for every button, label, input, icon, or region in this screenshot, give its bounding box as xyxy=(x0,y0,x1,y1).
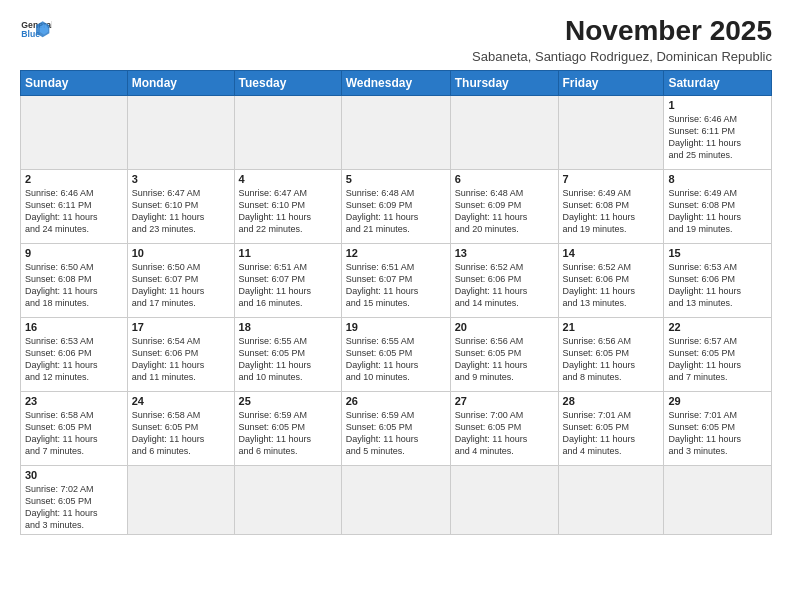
day-number: 21 xyxy=(563,321,660,333)
day-number: 20 xyxy=(455,321,554,333)
day-info: Sunrise: 6:55 AM Sunset: 6:05 PM Dayligh… xyxy=(239,335,337,384)
day-info: Sunrise: 6:59 AM Sunset: 6:05 PM Dayligh… xyxy=(346,409,446,458)
table-row xyxy=(21,95,128,169)
table-row: 8Sunrise: 6:49 AM Sunset: 6:08 PM Daylig… xyxy=(664,169,772,243)
table-row: 10Sunrise: 6:50 AM Sunset: 6:07 PM Dayli… xyxy=(127,243,234,317)
day-number: 14 xyxy=(563,247,660,259)
day-number: 24 xyxy=(132,395,230,407)
day-number: 17 xyxy=(132,321,230,333)
day-number: 13 xyxy=(455,247,554,259)
table-row: 19Sunrise: 6:55 AM Sunset: 6:05 PM Dayli… xyxy=(341,317,450,391)
day-number: 1 xyxy=(668,99,767,111)
table-row xyxy=(234,465,341,535)
header-monday: Monday xyxy=(127,70,234,95)
table-row: 26Sunrise: 6:59 AM Sunset: 6:05 PM Dayli… xyxy=(341,391,450,465)
calendar-table: Sunday Monday Tuesday Wednesday Thursday… xyxy=(20,70,772,536)
day-number: 7 xyxy=(563,173,660,185)
table-row: 23Sunrise: 6:58 AM Sunset: 6:05 PM Dayli… xyxy=(21,391,128,465)
table-row: 28Sunrise: 7:01 AM Sunset: 6:05 PM Dayli… xyxy=(558,391,664,465)
day-number: 8 xyxy=(668,173,767,185)
day-number: 19 xyxy=(346,321,446,333)
day-info: Sunrise: 6:51 AM Sunset: 6:07 PM Dayligh… xyxy=(346,261,446,310)
table-row xyxy=(450,95,558,169)
calendar-header-row: Sunday Monday Tuesday Wednesday Thursday… xyxy=(21,70,772,95)
day-number: 3 xyxy=(132,173,230,185)
day-info: Sunrise: 7:01 AM Sunset: 6:05 PM Dayligh… xyxy=(563,409,660,458)
header-sunday: Sunday xyxy=(21,70,128,95)
general-blue-logo-icon: General Blue xyxy=(20,16,52,48)
table-row: 18Sunrise: 6:55 AM Sunset: 6:05 PM Dayli… xyxy=(234,317,341,391)
table-row: 16Sunrise: 6:53 AM Sunset: 6:06 PM Dayli… xyxy=(21,317,128,391)
day-info: Sunrise: 6:48 AM Sunset: 6:09 PM Dayligh… xyxy=(346,187,446,236)
table-row: 21Sunrise: 6:56 AM Sunset: 6:05 PM Dayli… xyxy=(558,317,664,391)
table-row: 15Sunrise: 6:53 AM Sunset: 6:06 PM Dayli… xyxy=(664,243,772,317)
day-info: Sunrise: 6:52 AM Sunset: 6:06 PM Dayligh… xyxy=(563,261,660,310)
day-info: Sunrise: 6:51 AM Sunset: 6:07 PM Dayligh… xyxy=(239,261,337,310)
calendar-week-row: 1Sunrise: 6:46 AM Sunset: 6:11 PM Daylig… xyxy=(21,95,772,169)
table-row: 6Sunrise: 6:48 AM Sunset: 6:09 PM Daylig… xyxy=(450,169,558,243)
header-tuesday: Tuesday xyxy=(234,70,341,95)
table-row: 14Sunrise: 6:52 AM Sunset: 6:06 PM Dayli… xyxy=(558,243,664,317)
day-info: Sunrise: 6:58 AM Sunset: 6:05 PM Dayligh… xyxy=(132,409,230,458)
table-row: 24Sunrise: 6:58 AM Sunset: 6:05 PM Dayli… xyxy=(127,391,234,465)
day-number: 5 xyxy=(346,173,446,185)
header: General Blue November 2025 Sabaneta, San… xyxy=(20,16,772,64)
day-info: Sunrise: 6:57 AM Sunset: 6:05 PM Dayligh… xyxy=(668,335,767,384)
table-row: 11Sunrise: 6:51 AM Sunset: 6:07 PM Dayli… xyxy=(234,243,341,317)
day-info: Sunrise: 6:58 AM Sunset: 6:05 PM Dayligh… xyxy=(25,409,123,458)
table-row: 17Sunrise: 6:54 AM Sunset: 6:06 PM Dayli… xyxy=(127,317,234,391)
day-info: Sunrise: 6:48 AM Sunset: 6:09 PM Dayligh… xyxy=(455,187,554,236)
day-number: 25 xyxy=(239,395,337,407)
table-row: 25Sunrise: 6:59 AM Sunset: 6:05 PM Dayli… xyxy=(234,391,341,465)
logo: General Blue xyxy=(20,16,52,48)
day-info: Sunrise: 6:49 AM Sunset: 6:08 PM Dayligh… xyxy=(563,187,660,236)
day-info: Sunrise: 6:50 AM Sunset: 6:08 PM Dayligh… xyxy=(25,261,123,310)
table-row: 30Sunrise: 7:02 AM Sunset: 6:05 PM Dayli… xyxy=(21,465,128,535)
table-row: 7Sunrise: 6:49 AM Sunset: 6:08 PM Daylig… xyxy=(558,169,664,243)
day-info: Sunrise: 7:00 AM Sunset: 6:05 PM Dayligh… xyxy=(455,409,554,458)
day-info: Sunrise: 7:02 AM Sunset: 6:05 PM Dayligh… xyxy=(25,483,123,532)
day-number: 10 xyxy=(132,247,230,259)
calendar-week-row: 16Sunrise: 6:53 AM Sunset: 6:06 PM Dayli… xyxy=(21,317,772,391)
day-number: 18 xyxy=(239,321,337,333)
title-area: November 2025 Sabaneta, Santiago Rodrigu… xyxy=(472,16,772,64)
day-info: Sunrise: 6:47 AM Sunset: 6:10 PM Dayligh… xyxy=(239,187,337,236)
table-row xyxy=(127,95,234,169)
day-info: Sunrise: 6:52 AM Sunset: 6:06 PM Dayligh… xyxy=(455,261,554,310)
day-number: 15 xyxy=(668,247,767,259)
calendar-week-row: 30Sunrise: 7:02 AM Sunset: 6:05 PM Dayli… xyxy=(21,465,772,535)
day-number: 2 xyxy=(25,173,123,185)
day-number: 26 xyxy=(346,395,446,407)
page: General Blue November 2025 Sabaneta, San… xyxy=(0,0,792,545)
day-number: 6 xyxy=(455,173,554,185)
day-info: Sunrise: 6:50 AM Sunset: 6:07 PM Dayligh… xyxy=(132,261,230,310)
day-number: 22 xyxy=(668,321,767,333)
day-number: 9 xyxy=(25,247,123,259)
table-row xyxy=(341,95,450,169)
day-info: Sunrise: 6:46 AM Sunset: 6:11 PM Dayligh… xyxy=(25,187,123,236)
table-row xyxy=(234,95,341,169)
location-subtitle: Sabaneta, Santiago Rodriguez, Dominican … xyxy=(472,49,772,64)
day-info: Sunrise: 6:46 AM Sunset: 6:11 PM Dayligh… xyxy=(668,113,767,162)
table-row: 9Sunrise: 6:50 AM Sunset: 6:08 PM Daylig… xyxy=(21,243,128,317)
day-number: 30 xyxy=(25,469,123,481)
day-number: 4 xyxy=(239,173,337,185)
table-row: 2Sunrise: 6:46 AM Sunset: 6:11 PM Daylig… xyxy=(21,169,128,243)
header-friday: Friday xyxy=(558,70,664,95)
day-number: 23 xyxy=(25,395,123,407)
day-info: Sunrise: 6:55 AM Sunset: 6:05 PM Dayligh… xyxy=(346,335,446,384)
day-info: Sunrise: 6:53 AM Sunset: 6:06 PM Dayligh… xyxy=(25,335,123,384)
day-info: Sunrise: 6:59 AM Sunset: 6:05 PM Dayligh… xyxy=(239,409,337,458)
day-info: Sunrise: 6:54 AM Sunset: 6:06 PM Dayligh… xyxy=(132,335,230,384)
day-info: Sunrise: 7:01 AM Sunset: 6:05 PM Dayligh… xyxy=(668,409,767,458)
table-row xyxy=(450,465,558,535)
day-number: 28 xyxy=(563,395,660,407)
day-number: 12 xyxy=(346,247,446,259)
table-row: 20Sunrise: 6:56 AM Sunset: 6:05 PM Dayli… xyxy=(450,317,558,391)
day-number: 29 xyxy=(668,395,767,407)
day-number: 11 xyxy=(239,247,337,259)
header-saturday: Saturday xyxy=(664,70,772,95)
table-row xyxy=(664,465,772,535)
table-row: 29Sunrise: 7:01 AM Sunset: 6:05 PM Dayli… xyxy=(664,391,772,465)
header-thursday: Thursday xyxy=(450,70,558,95)
